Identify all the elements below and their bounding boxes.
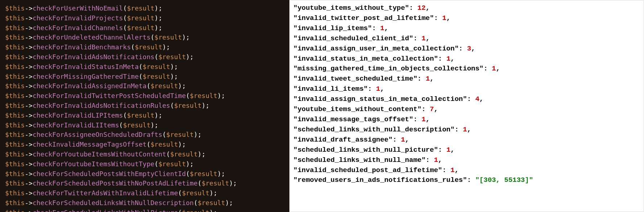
json-line: "invalid_scheduled_client_id": 1, [293, 34, 640, 44]
open-paren: ( [123, 14, 127, 22]
this-token: $this [5, 150, 25, 158]
json-trailing: , [496, 65, 500, 73]
json-line: "invalid_scheduled_post_ad_lifetime": 1, [293, 166, 640, 176]
arrow-token: -> [25, 131, 33, 138]
json-output-pane: "youtube_items_without_type": 12,"invali… [289, 0, 644, 212]
this-token: $this [5, 140, 25, 148]
arg-token: $result [135, 43, 162, 51]
json-colon: : [372, 24, 380, 32]
json-trailing: , [450, 146, 454, 154]
close-paren-semicolon: ); [150, 121, 158, 129]
open-paren: ( [146, 140, 150, 148]
close-paren-semicolon: ); [162, 43, 170, 51]
code-line: $this->checkForUserWithNoEmail($result); [5, 4, 284, 13]
json-line: "invalid_status_in_meta_collection": 1, [293, 54, 640, 64]
open-paren: ( [166, 150, 170, 158]
open-paren: ( [186, 92, 190, 99]
json-colon: : [459, 45, 467, 53]
json-key: "invalid_tweet_scheduled_time" [293, 75, 417, 83]
arrow-token: -> [25, 53, 33, 61]
this-token: $this [5, 4, 25, 12]
arrow-token: -> [25, 189, 33, 197]
close-paren-semicolon: ); [178, 82, 186, 90]
code-line: $this->checkForInvalidProjects($result); [5, 13, 284, 23]
json-key: "invalid_scheduled_post_ad_lifetime" [293, 166, 442, 174]
method-name: checkForInvalidLIItems [33, 121, 119, 129]
json-line: "youtube_items_without_content": 7, [293, 105, 640, 115]
code-line: $this->checkForScheduledLinksWithNullPic… [5, 208, 284, 212]
arg-token: $result [127, 111, 154, 119]
arrow-token: -> [25, 33, 33, 41]
open-paren: ( [154, 160, 158, 168]
json-line: "invalid_tweet_scheduled_time": 1, [293, 74, 640, 84]
json-key: "missing_gathered_time_in_objects_collec… [293, 65, 484, 73]
json-colon: : [421, 105, 430, 113]
arrow-token: -> [25, 82, 33, 90]
json-value: 1 [446, 55, 450, 63]
arrow-token: -> [25, 121, 33, 129]
open-paren: ( [178, 189, 182, 197]
arg-token: $result [143, 63, 170, 70]
open-paren: ( [154, 53, 158, 61]
json-colon: : [467, 176, 475, 184]
json-line: "invalid_assign_user_in_meta_collection"… [293, 44, 640, 54]
json-key: "invalid_twitter_post_ad_lifetime" [293, 14, 434, 22]
open-paren: ( [131, 43, 135, 51]
json-key: "scheduled_links_with_null_description" [293, 126, 455, 134]
open-paren: ( [170, 102, 174, 109]
arrow-token: -> [25, 140, 33, 148]
arrow-token: -> [25, 209, 33, 212]
close-paren-semicolon: ); [170, 73, 178, 80]
this-token: $this [5, 111, 25, 119]
arrow-token: -> [25, 111, 33, 119]
close-paren-semicolon: ); [194, 131, 202, 138]
close-paren-semicolon: ); [229, 179, 237, 187]
json-value: 1 [492, 65, 496, 73]
arg-token: $result [202, 179, 229, 187]
method-name: checkForScheduledLinksWithNullPicture [33, 209, 178, 212]
this-token: $this [5, 43, 25, 51]
json-value: 1 [426, 75, 430, 83]
json-line: "invalid_lip_items": 1, [293, 24, 640, 34]
json-line: "invalid_message_tags_offset": 1, [293, 115, 640, 125]
method-name: checkForInvalidBenchmarks [33, 43, 131, 51]
json-colon: : [438, 55, 446, 63]
code-line: $this->checkForInvalidLIItems($result); [5, 121, 284, 130]
close-paren-semicolon: ); [202, 102, 210, 109]
this-token: $this [5, 33, 25, 41]
close-paren-semicolon: ); [210, 189, 218, 197]
open-paren: ( [194, 199, 198, 207]
json-key: "invalid_assign_user_in_meta_collection" [293, 45, 459, 53]
this-token: $this [5, 102, 25, 109]
json-key: "youtube_items_without_type" [293, 4, 409, 12]
open-paren: ( [178, 209, 182, 212]
json-key: "removed_users_in_ads_notifications_rule… [293, 176, 467, 184]
json-colon: : [467, 95, 475, 103]
json-value: 7 [430, 105, 434, 113]
close-paren-semicolon: ); [217, 170, 225, 178]
arrow-token: -> [25, 14, 33, 22]
json-trailing: , [446, 14, 450, 22]
json-trailing: , [438, 156, 442, 164]
json-trailing: , [380, 85, 384, 93]
arrow-token: -> [25, 73, 33, 80]
json-line: "scheduled_links_with_null_description":… [293, 125, 640, 135]
json-colon: : [413, 115, 422, 123]
method-name: checkForInvalidStatusInMeta [33, 63, 139, 70]
code-line: $this->checkForTwitterAdsWithInvalidLife… [5, 188, 284, 198]
arrow-token: -> [25, 199, 33, 207]
this-token: $this [5, 82, 25, 90]
json-colon: : [368, 85, 376, 93]
json-value: 1 [421, 115, 425, 123]
close-paren-semicolon: ); [186, 53, 194, 61]
json-trailing: , [450, 55, 454, 63]
php-code-pane: $this->checkForUserWithNoEmail($result);… [0, 0, 289, 212]
open-paren: ( [146, 82, 150, 90]
close-paren-semicolon: ); [182, 33, 190, 41]
code-line: $this->checkForInvalidLIPItems($result); [5, 111, 284, 121]
json-key: "invalid_status_in_meta_collection" [293, 55, 438, 63]
arg-token: $result [182, 189, 210, 197]
arrow-token: -> [25, 160, 33, 168]
this-token: $this [5, 53, 25, 61]
code-line: $this->checkForInvalidAssignedInMeta($re… [5, 81, 284, 91]
